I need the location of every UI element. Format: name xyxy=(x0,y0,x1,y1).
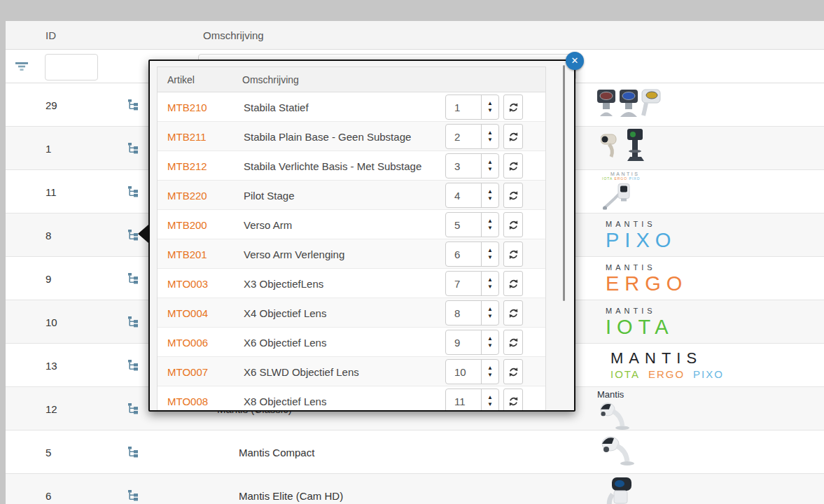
spinner-up-icon[interactable]: ▲ xyxy=(487,307,493,312)
filter-icon[interactable] xyxy=(15,62,28,71)
tree-structure-icon[interactable] xyxy=(127,360,139,371)
row-omschrijving: Mantis Elite (Cam HD) xyxy=(239,489,343,501)
row-id: 8 xyxy=(46,229,51,241)
spinner-up-icon[interactable]: ▲ xyxy=(487,277,493,283)
refresh-button[interactable] xyxy=(503,94,523,120)
spinner-down-icon[interactable]: ▼ xyxy=(487,196,493,202)
spinner-down-icon[interactable]: ▼ xyxy=(487,137,493,143)
product-image-mantis-compact xyxy=(601,435,637,470)
modal-table: Artikel Omschrijving MTB210 Stabila Stat… xyxy=(157,66,546,412)
artikel-link[interactable]: MTB210 xyxy=(167,101,207,113)
spinner-down-icon[interactable]: ▼ xyxy=(487,255,493,260)
logo-mantis-iota: MANTIS IOTA xyxy=(606,306,674,338)
refresh-icon xyxy=(508,190,519,201)
quantity-input[interactable] xyxy=(446,213,482,237)
quantity-input[interactable] xyxy=(446,272,482,295)
quantity-input[interactable] xyxy=(446,330,482,354)
table-header-row: ID Omschrijving xyxy=(6,21,824,50)
artikel-link[interactable]: MTB220 xyxy=(167,189,207,201)
spinner-up-icon[interactable]: ▲ xyxy=(487,365,493,371)
refresh-button[interactable] xyxy=(503,359,523,384)
tree-structure-icon[interactable] xyxy=(127,99,139,111)
spinner-down-icon[interactable]: ▼ xyxy=(487,314,493,319)
refresh-button[interactable] xyxy=(503,300,523,326)
tree-structure-icon[interactable] xyxy=(127,186,139,197)
quantity-input[interactable] xyxy=(446,360,482,384)
tree-structure-icon[interactable] xyxy=(127,143,139,154)
table-row[interactable]: 5 Mantis Compact xyxy=(6,430,824,474)
tree-structure-icon[interactable] xyxy=(127,403,139,414)
artikel-link[interactable]: MTB200 xyxy=(167,218,207,230)
logo-mantis-combined: MANTIS IOTAERGOPIXO xyxy=(610,349,732,382)
quantity-input[interactable] xyxy=(446,154,482,178)
id-filter-input[interactable] xyxy=(45,54,98,80)
logo-sub-line: IOTAERGOPIXO xyxy=(610,368,732,382)
spinner-up-icon[interactable]: ▲ xyxy=(487,336,493,342)
spinner-down-icon[interactable]: ▼ xyxy=(487,372,493,378)
refresh-button[interactable] xyxy=(503,271,523,296)
artikel-link[interactable]: MTB211 xyxy=(167,130,207,142)
spinner-up-icon[interactable]: ▲ xyxy=(487,160,493,165)
table-row[interactable]: 6 Mantis Elite (Cam HD) xyxy=(6,474,824,504)
modal-row: MTB201 Verso Arm Verlenging ▲▼ xyxy=(158,239,545,269)
artikel-omschrijving: X3 ObjectiefLens xyxy=(244,277,323,289)
refresh-button[interactable] xyxy=(503,124,523,149)
modal-scrollbar-thumb[interactable] xyxy=(563,65,565,301)
quantity-input[interactable] xyxy=(446,389,482,412)
product-image-mantis-elite xyxy=(602,477,637,504)
artikel-omschrijving: Stabila Statief xyxy=(244,101,309,113)
refresh-icon xyxy=(508,279,519,289)
artikel-link[interactable]: MTO003 xyxy=(167,277,208,289)
quantity-input[interactable] xyxy=(446,95,482,119)
spinner-down-icon[interactable]: ▼ xyxy=(487,402,493,407)
row-id: 6 xyxy=(46,489,51,501)
refresh-button[interactable] xyxy=(503,241,523,267)
quantity-input-group: ▲▼ xyxy=(445,183,499,208)
spinner-up-icon[interactable]: ▲ xyxy=(487,130,493,136)
spinner-down-icon[interactable]: ▼ xyxy=(487,108,493,113)
refresh-icon xyxy=(508,249,519,260)
modal-header-artikel: Artikel xyxy=(167,74,195,85)
spinner-down-icon[interactable]: ▼ xyxy=(487,284,493,290)
refresh-button[interactable] xyxy=(503,388,523,412)
spinner: ▲▼ xyxy=(481,330,498,354)
artikel-link[interactable]: MTO007 xyxy=(167,365,208,377)
modal-row: MTB212 Stabila Verlichte Basis - Met Sub… xyxy=(158,151,545,181)
close-icon[interactable]: ✕ xyxy=(566,52,584,70)
spinner-down-icon[interactable]: ▼ xyxy=(487,225,493,231)
row-id: 13 xyxy=(46,359,57,371)
spinner-up-icon[interactable]: ▲ xyxy=(487,101,493,106)
refresh-button[interactable] xyxy=(503,212,523,237)
artikel-link[interactable]: MTO006 xyxy=(167,336,208,348)
tree-structure-icon[interactable] xyxy=(127,490,139,501)
refresh-button[interactable] xyxy=(503,183,523,208)
refresh-button[interactable] xyxy=(503,153,523,178)
spinner-up-icon[interactable]: ▲ xyxy=(487,248,493,253)
spinner-up-icon[interactable]: ▲ xyxy=(487,218,493,224)
modal-row: MTO006 X6 Objectief Lens ▲▼ xyxy=(158,328,545,357)
quantity-input[interactable] xyxy=(446,125,482,148)
tree-structure-icon[interactable] xyxy=(127,316,139,328)
artikel-link[interactable]: MTO004 xyxy=(167,307,208,318)
modal-row: MTB210 Stabila Statief ▲▼ xyxy=(158,92,545,122)
refresh-button[interactable] xyxy=(503,330,523,355)
app-window: ID Omschrijving 29 1 xyxy=(0,0,824,504)
quantity-input-group: ▲▼ xyxy=(445,359,499,384)
refresh-icon xyxy=(508,308,519,318)
quantity-input[interactable] xyxy=(446,183,482,207)
modal-header-omschrijving: Omschrijving xyxy=(242,74,299,85)
tree-structure-icon[interactable] xyxy=(127,447,139,458)
tree-structure-icon[interactable] xyxy=(127,273,139,284)
spinner-up-icon[interactable]: ▲ xyxy=(487,189,493,195)
quantity-input[interactable] xyxy=(446,301,482,325)
artikel-link[interactable]: MTO008 xyxy=(167,395,208,407)
artikel-link[interactable]: MTB201 xyxy=(167,248,207,260)
spinner-down-icon[interactable]: ▼ xyxy=(487,167,493,172)
spinner-down-icon[interactable]: ▼ xyxy=(487,343,493,349)
refresh-icon xyxy=(508,367,519,377)
artikel-omschrijving: X6 Objectief Lens xyxy=(244,336,326,348)
artikel-link[interactable]: MTB212 xyxy=(167,160,207,172)
logo-mantis-ergo: MANTIS ERGO xyxy=(606,262,687,295)
quantity-input[interactable] xyxy=(446,242,482,266)
spinner-up-icon[interactable]: ▲ xyxy=(487,395,493,400)
